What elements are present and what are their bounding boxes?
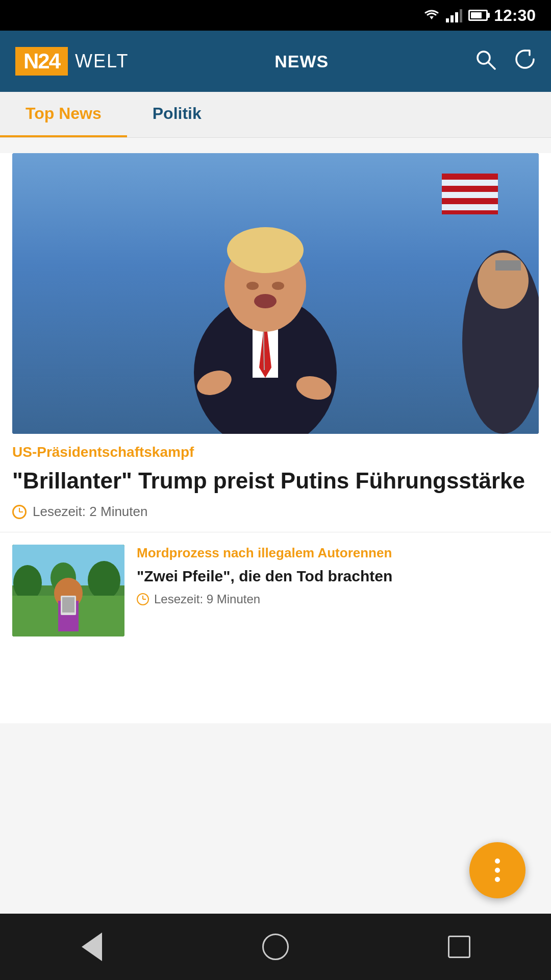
app-header: N24 WELT NEWS bbox=[0, 31, 551, 92]
status-icons: 12:30 bbox=[423, 6, 536, 25]
refresh-icon[interactable] bbox=[514, 48, 536, 75]
logo-area: N24 WELT bbox=[15, 47, 129, 76]
home-icon bbox=[262, 934, 289, 960]
featured-article-title: "Brillanter" Trump preist Putins Führung… bbox=[12, 467, 539, 495]
divider bbox=[0, 532, 551, 532]
featured-reading-time: Lesezeit: 2 Minuten bbox=[33, 504, 147, 520]
content-area: US-Präsidentschaftskampf "Brillanter" Tr… bbox=[0, 153, 551, 723]
svg-rect-4 bbox=[460, 9, 462, 22]
battery-icon bbox=[468, 10, 488, 21]
logo-n24: N24 bbox=[15, 47, 68, 76]
search-icon[interactable] bbox=[474, 48, 496, 75]
svg-point-23 bbox=[13, 565, 42, 601]
svg-point-24 bbox=[88, 561, 120, 600]
svg-rect-30 bbox=[62, 597, 74, 612]
svg-rect-3 bbox=[455, 12, 458, 22]
featured-article-meta: Lesezeit: 2 Minuten bbox=[12, 504, 539, 520]
fab-dot-3 bbox=[495, 877, 500, 882]
svg-point-12 bbox=[227, 227, 304, 273]
tab-politik[interactable]: Politik bbox=[127, 92, 227, 137]
second-person bbox=[437, 240, 539, 434]
signal-icon bbox=[446, 8, 462, 22]
svg-rect-2 bbox=[450, 15, 454, 22]
secondary-article-title: "Zwei Pfeile", die den Tod brachten bbox=[137, 566, 539, 586]
secondary-image-svg bbox=[12, 545, 124, 636]
logo-welt: WELT bbox=[75, 51, 129, 72]
svg-point-14 bbox=[272, 282, 284, 290]
featured-article-image bbox=[12, 153, 539, 434]
fab-dot-2 bbox=[495, 868, 500, 873]
fab-dot-1 bbox=[495, 859, 500, 864]
secondary-article-image bbox=[12, 545, 124, 636]
bottom-nav bbox=[0, 914, 551, 980]
header-nav-title: NEWS bbox=[274, 52, 329, 71]
svg-point-13 bbox=[246, 282, 259, 290]
featured-article-category: US-Präsidentschaftskampf bbox=[12, 444, 539, 460]
fab-more-button[interactable] bbox=[469, 842, 525, 898]
secondary-article[interactable]: Mordprozess nach illegalem Autorennen "Z… bbox=[0, 545, 551, 652]
nav-home-button[interactable] bbox=[255, 926, 296, 967]
status-time: 12:30 bbox=[494, 6, 536, 25]
wifi-icon bbox=[423, 8, 440, 22]
clock-icon bbox=[12, 505, 27, 519]
secondary-article-content: Mordprozess nach illegalem Autorennen "Z… bbox=[137, 545, 539, 636]
svg-rect-20 bbox=[495, 260, 521, 271]
clock-sm-icon bbox=[137, 593, 149, 605]
svg-point-15 bbox=[254, 294, 277, 308]
tab-top-news[interactable]: Top News bbox=[0, 92, 127, 137]
featured-article[interactable]: US-Präsidentschaftskampf "Brillanter" Tr… bbox=[12, 153, 539, 520]
secondary-reading-time: Lesezeit: 9 Minuten bbox=[154, 592, 260, 606]
status-bar: 12:30 bbox=[0, 0, 551, 31]
header-icons bbox=[474, 48, 536, 75]
recent-icon bbox=[448, 936, 470, 958]
secondary-article-category: Mordprozess nach illegalem Autorennen bbox=[137, 545, 539, 562]
nav-recent-button[interactable] bbox=[439, 926, 480, 967]
tab-bar: Top News Politik bbox=[0, 92, 551, 138]
svg-marker-0 bbox=[430, 16, 434, 19]
svg-line-6 bbox=[488, 62, 495, 69]
fab-dots bbox=[495, 859, 500, 882]
featured-person bbox=[163, 179, 367, 434]
svg-rect-1 bbox=[446, 18, 449, 22]
secondary-article-meta: Lesezeit: 9 Minuten bbox=[137, 592, 539, 606]
back-icon bbox=[82, 933, 102, 961]
nav-back-button[interactable] bbox=[71, 926, 112, 967]
